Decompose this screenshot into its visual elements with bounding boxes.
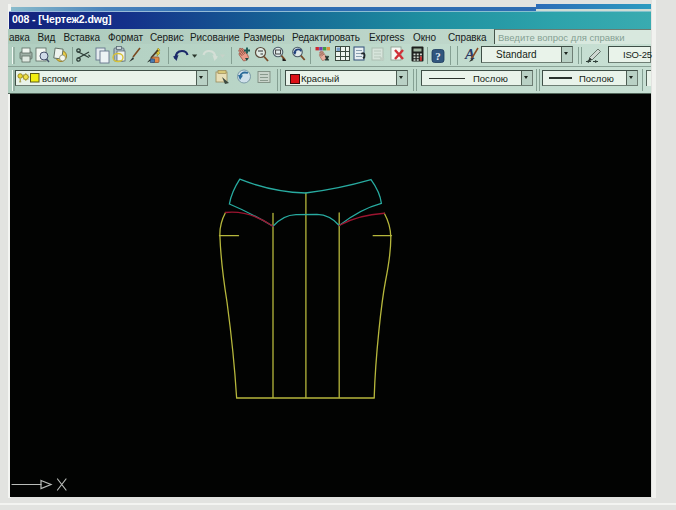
svg-text:?: ? <box>435 50 441 62</box>
svg-text:A: A <box>464 46 475 62</box>
